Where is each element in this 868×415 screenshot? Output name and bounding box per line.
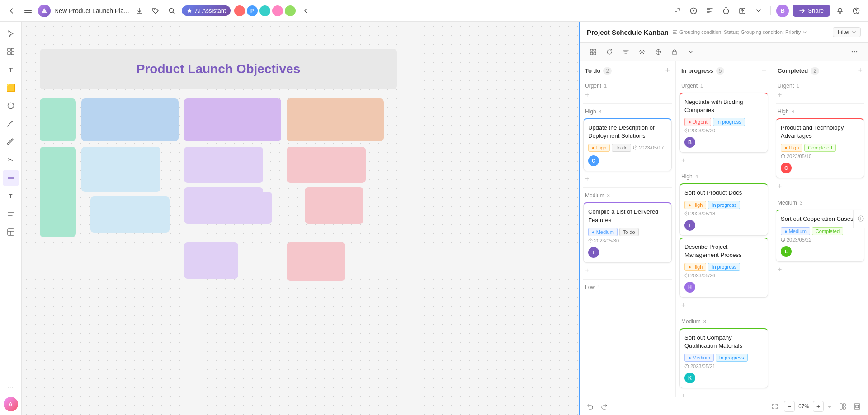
- notifications-button[interactable]: [834, 5, 846, 17]
- card-todo-medium-1[interactable]: Compile a List of Delivered Features ● M…: [583, 202, 672, 262]
- kanban-refresh-button[interactable]: [603, 46, 616, 58]
- card-ip-high-1[interactable]: Sort out Product Docs ● High In progress…: [679, 183, 768, 235]
- grouping-chevron-icon[interactable]: [802, 30, 807, 34]
- svg-point-13: [8, 103, 14, 109]
- download-button[interactable]: [133, 5, 146, 17]
- pen-tool[interactable]: [3, 116, 19, 132]
- c-urgent-add[interactable]: +: [772, 91, 787, 101]
- card-c-high-1[interactable]: Product and Technology Advantages ● High…: [776, 118, 864, 178]
- kanban-dropdown-button[interactable]: [684, 46, 697, 58]
- wb-card-blue-inner-1[interactable]: [81, 147, 160, 192]
- ip-high-label: High 4: [676, 172, 772, 182]
- c-high-card-add[interactable]: +: [772, 180, 787, 192]
- kanban-more-button[interactable]: [848, 46, 861, 58]
- clock-icon: [684, 211, 689, 216]
- card-ip-high-2[interactable]: Describe Project Management Process ● Hi…: [679, 238, 768, 298]
- layout-button[interactable]: [837, 401, 848, 412]
- tag-button[interactable]: [149, 5, 162, 17]
- wb-card-purple-inner-3[interactable]: [218, 192, 272, 224]
- tag-high: ● High: [684, 263, 706, 271]
- kanban-body[interactable]: To do 2 + Urgent 1 + High: [580, 61, 868, 397]
- card-footer: H: [684, 282, 763, 293]
- wb-card-3[interactable]: [184, 98, 281, 141]
- zoom-value[interactable]: 67%: [797, 403, 811, 410]
- wb-card-2[interactable]: [81, 98, 179, 141]
- card-footer: B: [684, 137, 763, 148]
- zoom-out-button[interactable]: −: [784, 401, 795, 412]
- menu-button[interactable]: [22, 5, 34, 17]
- play-button[interactable]: [687, 5, 700, 17]
- info-button[interactable]: [855, 213, 866, 224]
- card-ip-medium-1[interactable]: Sort out Company Qualification Materials…: [679, 328, 768, 388]
- card-c-medium-1[interactable]: Sort out Cooperation Cases ● Medium Comp…: [776, 210, 864, 261]
- column-in-progress-add[interactable]: +: [761, 66, 766, 75]
- todo-medium-card-add[interactable]: +: [580, 265, 594, 276]
- collapse-panel-button[interactable]: [299, 5, 312, 17]
- zoom-in-button[interactable]: +: [813, 401, 824, 412]
- cut-tool[interactable]: ✂: [3, 152, 19, 168]
- svg-point-3: [154, 9, 155, 10]
- canvas-area[interactable]: Product Launch Objectives: [22, 22, 579, 415]
- kanban-theme-button[interactable]: [652, 46, 665, 58]
- kanban-grid-button[interactable]: [587, 46, 599, 58]
- sticky-tool[interactable]: 🟨: [3, 79, 19, 96]
- list-tool[interactable]: [3, 206, 19, 222]
- filter-button[interactable]: Filter: [833, 27, 861, 37]
- table-tool[interactable]: [3, 224, 19, 240]
- timer-button[interactable]: [720, 5, 732, 17]
- card-todo-high-1[interactable]: Update the Description of Deployment Sol…: [583, 118, 672, 171]
- more-tools-button[interactable]: ···: [3, 379, 19, 395]
- share-button[interactable]: Share: [793, 5, 830, 17]
- wb-card-pink-inner-1[interactable]: [287, 147, 366, 183]
- expand-button[interactable]: [671, 5, 684, 17]
- text2-tool[interactable]: T: [3, 188, 19, 204]
- kanban-meta: Grouping condition: Status; Grouping con…: [672, 29, 807, 35]
- wb-card-blue-inner-2[interactable]: [90, 196, 170, 233]
- template-button[interactable]: [703, 5, 716, 17]
- ip-urgent-card-add[interactable]: +: [676, 154, 691, 166]
- shape-tool[interactable]: [3, 98, 19, 114]
- svg-rect-21: [673, 30, 677, 31]
- column-completed-add[interactable]: +: [858, 66, 863, 75]
- line-tool[interactable]: [3, 170, 19, 186]
- help-button[interactable]: [850, 5, 863, 17]
- undo-button[interactable]: [585, 401, 596, 412]
- grid-tool[interactable]: [3, 43, 19, 60]
- text-tool[interactable]: T: [3, 61, 19, 78]
- wb-card-pink-r3[interactable]: [287, 242, 345, 281]
- wb-card-purple-inner-1[interactable]: [184, 147, 263, 183]
- export-button[interactable]: [736, 5, 749, 17]
- wb-card-green-tall[interactable]: [40, 147, 76, 237]
- avatar-3: [259, 5, 270, 16]
- kanban-settings-button[interactable]: [636, 46, 648, 58]
- redo-button[interactable]: [599, 401, 609, 412]
- draw-tool[interactable]: [3, 134, 19, 150]
- app-logo: [38, 5, 51, 17]
- ai-assistant-button[interactable]: AI Assistant: [182, 5, 231, 16]
- avatar-1: [234, 5, 245, 16]
- todo-high-card-add[interactable]: +: [580, 173, 594, 185]
- column-in-progress-count: 5: [716, 67, 725, 75]
- ip-medium-card-add[interactable]: +: [676, 390, 691, 397]
- zoom-dropdown-button[interactable]: [826, 402, 834, 410]
- wb-card-1[interactable]: [40, 98, 76, 141]
- column-todo-add[interactable]: +: [665, 66, 670, 75]
- back-button[interactable]: [5, 5, 18, 17]
- c-medium-card-add[interactable]: +: [772, 264, 787, 275]
- ip-high-card-add[interactable]: +: [676, 299, 691, 311]
- card-ip-urgent-1[interactable]: Negotiate with Bidding Companies ● Urgen…: [679, 93, 768, 153]
- svg-rect-43: [840, 404, 842, 409]
- kanban-filter-button[interactable]: [619, 46, 632, 58]
- sidebar-user-avatar: A: [4, 397, 18, 411]
- kanban-lock-button[interactable]: [668, 46, 681, 58]
- arrow-down-button[interactable]: [752, 5, 765, 17]
- fullscreen-button[interactable]: [852, 401, 863, 412]
- wb-card-4[interactable]: [287, 98, 384, 141]
- search-button[interactable]: [165, 5, 178, 17]
- select-tool[interactable]: [3, 25, 19, 42]
- avatar-5: [285, 5, 296, 16]
- wb-card-pink-inner-2[interactable]: [305, 187, 363, 224]
- fit-button[interactable]: [769, 401, 780, 412]
- todo-urgent-add[interactable]: +: [580, 91, 594, 101]
- wb-card-purple-r3[interactable]: [184, 242, 238, 279]
